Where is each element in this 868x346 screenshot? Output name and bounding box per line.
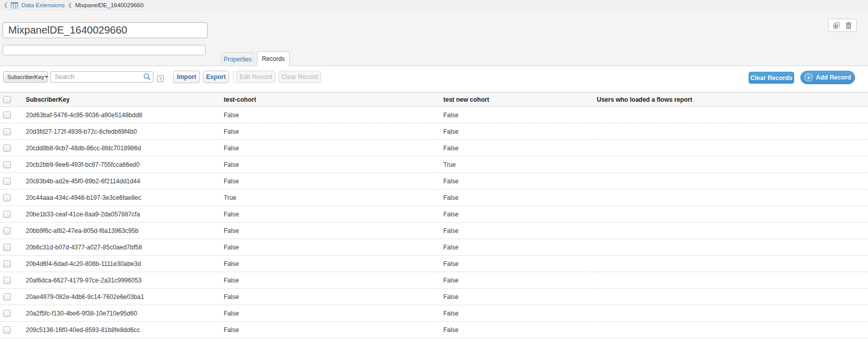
cell-test-new-cohort: False [439, 123, 593, 140]
help-icon[interactable]: ? [157, 75, 164, 82]
table-row[interactable]: 20d3fd27-172f-4939-b72c-6cfedb69f4b0 Fal… [0, 123, 868, 140]
data-extension-grid-icon [11, 2, 18, 8]
table-row[interactable]: 20cb2bb9-9ee6-493f-bc67-755fcca66ed0 Fal… [0, 156, 868, 173]
cell-test-new-cohort: False [439, 239, 593, 256]
row-checkbox[interactable] [3, 310, 11, 317]
cell-test-cohort: False [220, 289, 439, 305]
column-header-test-new-cohort: test new cohort [439, 92, 593, 107]
cell-test-cohort: False [220, 322, 439, 338]
search-icon [143, 73, 151, 81]
data-extension-records-page: ❮ Data Extensions ❮ MixpanelDE_164002966… [0, 0, 868, 346]
tab-records[interactable]: Records [257, 51, 290, 66]
cell-subscriberkey: 20a2f5fc-f130-4be6-9f38-10e710e95d60 [21, 305, 220, 322]
row-checkbox[interactable] [3, 178, 11, 185]
cell-test-cohort: False [220, 206, 439, 223]
name-input[interactable] [3, 22, 208, 38]
cell-subscriberkey: 20b6c31d-b07d-4377-a027-85c0aed7bf58 [21, 239, 220, 256]
cell-flows-report [593, 239, 868, 256]
import-button[interactable]: Import [173, 71, 200, 83]
table-row[interactable]: 209c5136-16f0-40ed-8593-81b8fe8dd6cc Fal… [0, 322, 868, 338]
row-checkbox[interactable] [3, 260, 11, 268]
cell-test-cohort: False [220, 223, 439, 239]
cell-test-cohort: False [220, 107, 439, 123]
column-header-flows-report: Users who loaded a flows report [593, 92, 868, 107]
row-checkbox[interactable] [3, 112, 11, 119]
table-row[interactable]: 20c44aaa-434c-4946-b197-3e3ce6fae8ec Tru… [0, 190, 868, 206]
search-field-dropdown-label: SubscriberKey [7, 74, 44, 80]
breadcrumb: ❮ Data Extensions ❮ MixpanelDE_164002966… [0, 0, 868, 10]
cell-test-new-cohort: False [439, 140, 593, 156]
cell-flows-report [593, 123, 868, 140]
cell-test-new-cohort: False [439, 190, 593, 206]
toolbar-divider [233, 71, 234, 83]
plus-icon: + [804, 73, 813, 82]
table-row[interactable]: 20be1b33-ceaf-41ce-8aa9-2da057887cfa Fal… [0, 206, 868, 223]
edit-record-button[interactable]: Edit Record [236, 71, 275, 83]
cell-test-cohort: True [220, 190, 439, 206]
table-row[interactable]: 20b4d6f4-6dad-4c20-808b-1111e30abe3d Fal… [0, 256, 868, 272]
select-all-checkbox[interactable] [3, 96, 11, 103]
row-checkbox[interactable] [3, 161, 11, 168]
cell-subscriberkey: 20be1b33-ceaf-41ce-8aa9-2da057887cfa [21, 206, 220, 223]
delete-button[interactable] [845, 22, 852, 29]
cell-subscriberkey: 20d63baf-5476-4c95-9036-a90e5148bdd8 [21, 107, 220, 123]
clear-records-button[interactable]: Clear Records [749, 72, 794, 84]
row-checkbox[interactable] [3, 227, 11, 234]
copy-button[interactable] [833, 22, 841, 29]
add-record-button[interactable]: + Add Record [800, 71, 855, 84]
table-row[interactable]: 20ae4979-082e-4db6-9c14-7602e6e03ba1 Fal… [0, 289, 868, 305]
cell-flows-report [593, 206, 868, 223]
cell-test-new-cohort: False [439, 322, 593, 338]
cell-test-cohort: False [220, 123, 439, 140]
cell-flows-report [593, 256, 868, 272]
tab-properties[interactable]: Properties [221, 52, 254, 66]
row-checkbox[interactable] [3, 277, 11, 284]
cell-test-cohort: False [220, 272, 439, 289]
cell-flows-report [593, 272, 868, 289]
table-row[interactable]: 20c83b4b-ad2e-45f0-89b2-6f2114dd1d44 Fal… [0, 173, 868, 190]
cell-subscriberkey: 20af6dca-6627-4179-97ce-2a31c9996053 [21, 272, 220, 289]
cell-test-cohort: False [220, 140, 439, 156]
row-checkbox[interactable] [3, 194, 11, 201]
row-checkbox[interactable] [3, 326, 11, 334]
search-input[interactable] [50, 71, 153, 83]
table-row[interactable]: 20d63baf-5476-4c95-9036-a90e5148bdd8 Fal… [0, 107, 868, 123]
table-row[interactable]: 20bb9f6c-af82-47ea-805d-f6a13963c95b Fal… [0, 223, 868, 239]
cell-test-new-cohort: False [439, 256, 593, 272]
row-checkbox[interactable] [3, 293, 11, 301]
row-checkbox[interactable] [3, 145, 11, 152]
cell-flows-report [593, 305, 868, 322]
cell-test-new-cohort: False [439, 272, 593, 289]
cell-test-new-cohort: False [439, 173, 593, 190]
row-checkbox[interactable] [3, 128, 11, 135]
records-table: SubscriberKey test-cohort test new cohor… [0, 92, 868, 338]
cell-test-cohort: False [220, 173, 439, 190]
export-button[interactable]: Export [203, 71, 229, 83]
cell-flows-report [593, 289, 868, 305]
cell-test-new-cohort: False [439, 223, 593, 239]
cell-test-new-cohort: False [439, 107, 593, 123]
trash-icon [845, 22, 852, 29]
clear-record-button[interactable]: Clear Record [278, 71, 321, 83]
cell-test-cohort: False [220, 156, 439, 173]
breadcrumb-link-data-extensions[interactable]: Data Extensions [21, 2, 65, 8]
table-row[interactable]: 20cdd8b8-9cb7-48db-86cc-8fdc7018986d Fal… [0, 140, 868, 156]
search-button[interactable] [142, 72, 152, 81]
cell-flows-report [593, 156, 868, 173]
cell-subscriberkey: 20cdd8b8-9cb7-48db-86cc-8fdc7018986d [21, 140, 220, 156]
row-checkbox[interactable] [3, 211, 11, 218]
cell-subscriberkey: 20c44aaa-434c-4946-b197-3e3ce6fae8ec [21, 190, 220, 206]
cell-test-cohort: False [220, 256, 439, 272]
cell-flows-report [593, 322, 868, 338]
table-row[interactable]: 20af6dca-6627-4179-97ce-2a31c9996053 Fal… [0, 272, 868, 289]
table-row[interactable]: 20a2f5fc-f130-4be6-9f38-10e710e95d60 Fal… [0, 305, 868, 322]
cell-flows-report [593, 140, 868, 156]
cell-test-new-cohort: False [439, 206, 593, 223]
extension-actions-group [828, 19, 857, 32]
table-row[interactable]: 20b6c31d-b07d-4377-a027-85c0aed7bf58 Fal… [0, 239, 868, 256]
cell-subscriberkey: 20bb9f6c-af82-47ea-805d-f6a13963c95b [21, 223, 220, 239]
description-input[interactable] [3, 45, 206, 55]
breadcrumb-back-icon[interactable]: ❮ [4, 3, 8, 8]
search-field-dropdown[interactable]: SubscriberKey [3, 71, 48, 83]
row-checkbox[interactable] [3, 244, 11, 251]
